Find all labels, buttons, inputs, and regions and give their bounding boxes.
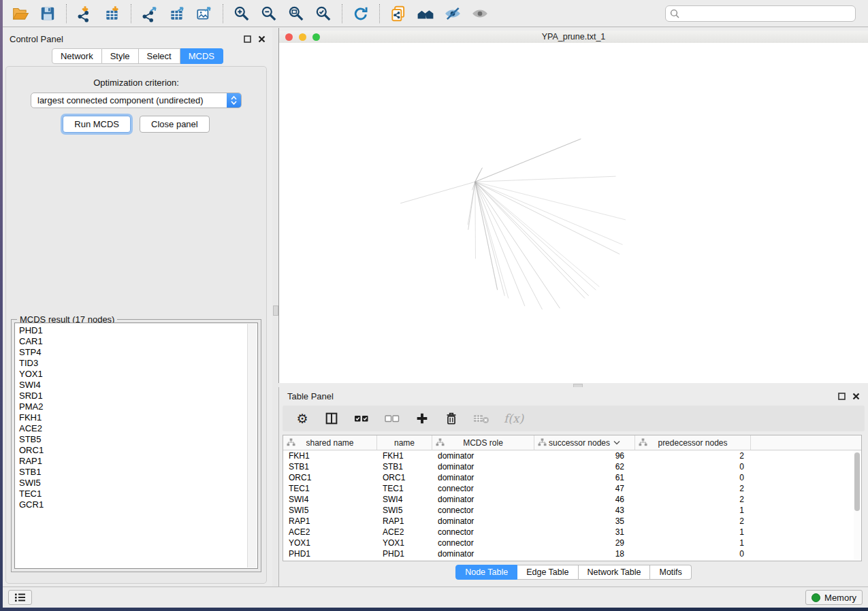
deselect-all-icon[interactable] [384,410,400,427]
table-scrollbar[interactable] [854,450,861,560]
table-row[interactable]: SWI5SWI5connector431 [283,505,861,516]
save-session-icon[interactable] [34,3,61,24]
search-box[interactable] [665,5,856,22]
select-all-icon[interactable] [353,410,370,427]
memory-button[interactable]: Memory [805,590,863,605]
mcds-result-item[interactable]: STP4 [19,347,244,358]
table-row[interactable]: FKH1FKH1dominator962 [283,450,861,461]
close-icon[interactable] [852,393,860,400]
mcds-result-item[interactable]: ACE2 [19,423,244,434]
mcds-result-item[interactable]: YOX1 [19,369,244,380]
splitter-grip[interactable] [273,306,278,316]
tab-motifs[interactable]: Motifs [650,565,691,580]
cell-name: ORC1 [377,473,432,482]
zoom-in-icon[interactable] [228,3,255,24]
optimization-criterion-dropdown[interactable]: largest connected component (undirected) [31,93,242,108]
table-tabs: Node TableEdge TableNetwork TableMotifs [279,565,868,580]
mcds-result-item[interactable]: PMA2 [19,401,244,412]
mcds-result-item[interactable]: TID3 [19,358,244,369]
duplicate-network-icon[interactable] [385,3,412,24]
mcds-result-item[interactable]: SRD1 [19,391,244,401]
column-header-name[interactable]: name [377,435,432,450]
minimize-window-icon[interactable] [299,33,306,41]
add-icon[interactable] [415,410,430,427]
column-header-MCDS-role[interactable]: MCDS role [432,435,534,450]
cell-predecessor_nodes: 2 [635,451,751,461]
split-columns-icon[interactable] [324,410,339,427]
export-table-icon[interactable] [163,3,191,24]
network-canvas[interactable] [279,43,868,383]
close-window-icon[interactable] [285,33,293,41]
tab-network-table[interactable]: Network Table [579,565,651,580]
optimization-criterion-label: Optimization criterion: [6,78,266,88]
zoom-selected-icon[interactable] [310,3,337,24]
export-image-icon[interactable] [191,3,218,24]
table-row[interactable]: TEC1TEC1connector472 [283,483,861,494]
network-graph[interactable] [279,43,868,383]
home-icon[interactable] [412,3,439,24]
mcds-result-item[interactable]: RAP1 [19,456,244,467]
application-window: Control Panel NetworkStyleSelectMCDS Opt… [3,0,868,608]
mcds-result-item[interactable]: CAR1 [19,336,244,347]
mcds-result-item[interactable]: TEC1 [19,489,244,499]
show-all-icon[interactable] [466,3,494,24]
column-header-successor-nodes[interactable]: successor nodes [534,435,635,450]
table-row[interactable]: SWI4SWI4dominator462 [283,494,861,505]
cell-predecessor_nodes: 1 [635,527,751,537]
float-icon[interactable] [838,393,846,400]
table-row[interactable]: PHD1PHD1dominator180 [283,548,861,559]
mcds-result-item[interactable]: ORC1 [19,445,244,456]
tab-select[interactable]: Select [139,48,180,64]
column-header-predecessor-nodes[interactable]: predecessor nodes [635,435,751,450]
table-row[interactable]: STB1STB1dominator620 [283,461,861,472]
run-mcds-button[interactable]: Run MCDS [63,116,131,133]
search-input[interactable] [682,7,851,19]
trash-icon[interactable] [444,410,459,427]
close-panel-button[interactable]: Close panel [140,116,210,133]
mcds-result-item[interactable]: SWI5 [19,478,244,489]
table-row[interactable]: ACE2ACE2connector311 [283,527,861,538]
open-file-icon[interactable] [7,3,34,24]
zoom-fit-icon[interactable] [283,3,310,24]
float-icon[interactable] [244,35,251,43]
import-table-icon[interactable] [99,3,126,24]
zoom-out-icon[interactable] [255,3,283,24]
show-panels-button[interactable] [8,590,32,605]
table-row[interactable]: ORC1ORC1dominator610 [283,472,861,483]
refresh-icon[interactable] [347,3,374,24]
column-header-shared-name[interactable]: shared name [283,435,377,450]
cell-mcds_role: dominator [432,549,534,559]
mcds-list-scrollbar[interactable] [247,324,257,567]
cell-name: SWI5 [377,506,432,515]
close-icon[interactable] [258,35,266,43]
toolbar-separator [379,4,380,23]
import-network-icon[interactable] [71,3,99,24]
function-icon: f(x) [504,410,524,427]
table-toolbar: ⚙f(x) [283,406,865,431]
mcds-result-item[interactable]: PHD1 [19,325,244,336]
mcds-result-item[interactable]: SWI4 [19,380,244,391]
table-panel-title: Table Panel [287,391,334,401]
export-network-icon[interactable] [136,3,163,24]
cell-successor_nodes: 96 [534,451,635,461]
tab-style[interactable]: Style [102,48,139,64]
table-row[interactable]: RAP1RAP1dominator352 [283,516,861,527]
cell-mcds_role: connector [432,538,534,548]
scrollbar-thumb[interactable] [854,452,860,511]
table-row[interactable]: YOX1YOX1connector291 [283,538,861,548]
mcds-result-item[interactable]: FKH1 [19,412,244,423]
tab-network[interactable]: Network [52,48,102,64]
tab-mcds[interactable]: MCDS [180,48,223,64]
hide-selected-icon[interactable] [439,3,466,24]
mcds-result-item[interactable]: GCR1 [19,499,244,510]
tab-edge-table[interactable]: Edge Table [517,565,578,580]
tab-node-table[interactable]: Node Table [455,565,517,580]
mcds-result-item[interactable]: STB1 [19,467,244,478]
cell-shared_name: STB1 [283,462,377,472]
mcds-result-item[interactable]: STB5 [19,434,244,445]
cell-predecessor_nodes: 2 [635,495,751,504]
cell-name: SWI4 [377,495,432,504]
gear-icon[interactable]: ⚙ [295,410,310,427]
maximize-window-icon[interactable] [312,33,320,41]
table-panel: Table Panel ⚙f(x) shared namenameMCDS ro… [278,387,868,587]
